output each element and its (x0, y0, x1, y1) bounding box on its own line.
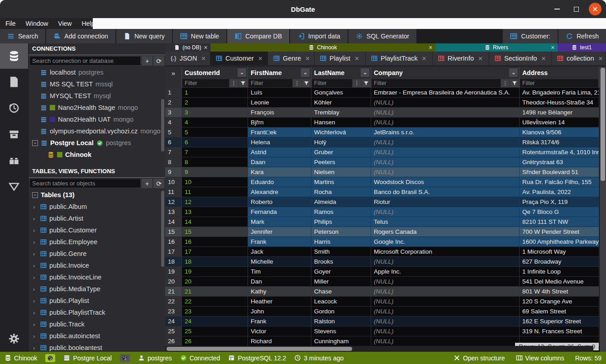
tab-close-icon[interactable]: ✕ (422, 55, 427, 62)
connections-refresh-icon[interactable]: ⟳ (153, 56, 164, 66)
table-row[interactable]: 1313FernandaRamos(NULL)Qe 7 Bloco G (165, 207, 600, 217)
column-dropdown-icon[interactable]: ⌄ (301, 68, 310, 77)
cell-first[interactable]: Bjřrn (248, 118, 311, 128)
cell-company[interactable]: (NULL) (371, 317, 520, 326)
cell-company[interactable]: (NULL) (371, 98, 520, 108)
cell-id[interactable]: 6 (182, 137, 248, 147)
cell-last[interactable]: Rocha (311, 187, 371, 197)
tab-group-rivers[interactable]: Rivers✕ (435, 43, 558, 52)
cell-first[interactable]: Kara (248, 167, 311, 177)
cell-last[interactable]: Chase (311, 287, 371, 297)
table-row[interactable]: 11LuísGonçalvesEmbraer - Empresa Brasile… (165, 88, 600, 98)
column-header-last[interactable]: LastName⌄ (311, 67, 371, 79)
cell-last[interactable]: Köhler (311, 98, 371, 108)
toolbar-button-compare-db[interactable]: Compare DB (227, 29, 290, 43)
cell-address[interactable]: 627 Broadway (520, 257, 599, 267)
tab-close-icon[interactable]: ✕ (258, 55, 263, 62)
cell-last[interactable]: Ramos (311, 207, 371, 217)
cell-company[interactable]: (NULL) (371, 108, 520, 118)
connection-item[interactable]: Nano2Health UATmongo (29, 113, 165, 125)
tab-close-icon[interactable]: ✕ (598, 55, 603, 62)
cell-first[interactable]: Victor (248, 326, 311, 336)
horizontal-scrollbar[interactable] (165, 346, 593, 352)
connection-item[interactable]: Nano2Health Stagemongo (29, 102, 165, 113)
table-row[interactable]: 2121KathyChase(NULL)801 W 4th Street (165, 287, 600, 297)
grid-corner-button[interactable]: » (165, 67, 182, 79)
cell-id[interactable]: 22 (182, 297, 248, 307)
cell-company[interactable]: (NULL) (371, 157, 520, 167)
column-dropdown-icon[interactable]: ⌄ (361, 68, 369, 77)
table-item[interactable]: ›public.InvoiceLine (29, 271, 165, 283)
cell-company[interactable]: Google Inc. (371, 237, 520, 247)
tab-genre[interactable]: Genre✕ (268, 52, 315, 65)
cell-company[interactable]: (NULL) (371, 287, 520, 297)
toolbar-button-refresh[interactable]: Refresh (558, 29, 606, 43)
cell-first[interactable]: Alexandre (248, 187, 311, 197)
tab-playlisttrack[interactable]: PlaylistTrack✕ (366, 52, 433, 65)
filter-input[interactable] (520, 79, 598, 87)
cell-last[interactable]: Smith (311, 247, 371, 257)
collapse-icon[interactable]: − (32, 192, 38, 198)
cell-first[interactable]: François (248, 108, 311, 118)
connections-search-input[interactable] (29, 56, 141, 66)
cell-id[interactable]: 15 (182, 227, 248, 237)
table-row[interactable]: 77AstridGruber(NULL)Rotenturmstraße 4, 1… (165, 147, 600, 157)
cell-first[interactable]: Franti□ek (248, 128, 311, 137)
tab-close-icon[interactable]: ✕ (478, 55, 483, 62)
cell-id[interactable]: 18 (182, 257, 248, 267)
filter-input[interactable] (248, 79, 292, 87)
cell-last[interactable]: Gruber (311, 147, 371, 157)
cell-address[interactable]: Sřnder Boulevard 51 (520, 167, 599, 177)
status-item-postgre-local[interactable]: Postgre Local (63, 355, 112, 362)
rail-item-filter-triangle-icon[interactable] (0, 174, 28, 200)
cell-first[interactable]: Richard (248, 336, 311, 346)
table-row[interactable]: 2323JohnGordon(NULL)69 Salem Street (165, 307, 600, 317)
cell-last[interactable]: Gordon (311, 307, 371, 317)
cell-id[interactable]: 4 (182, 118, 248, 128)
cell-id[interactable]: 10 (182, 177, 248, 187)
cell-first[interactable]: Jennifer (248, 227, 311, 237)
rail-item-history-icon[interactable] (0, 95, 28, 121)
toolbar-button-customer[interactable]: Customer: (502, 29, 558, 43)
cell-id[interactable]: 7 (182, 147, 248, 157)
connection-item[interactable]: −Postgre Localpostgres (29, 137, 165, 149)
cell-id[interactable]: 12 (182, 197, 248, 207)
cell-last[interactable]: Goyer (311, 267, 371, 277)
minimize-button[interactable] (551, 3, 563, 15)
filter-funnel-icon[interactable] (362, 79, 370, 87)
toolbar-button-sql-generator[interactable]: SQL Generator (348, 29, 417, 43)
cell-address[interactable]: Rilská 3174/6 (520, 137, 599, 147)
chevron-right-icon[interactable]: › (33, 262, 38, 269)
tab-close-icon[interactable]: ✕ (201, 55, 206, 62)
cell-company[interactable]: (NULL) (371, 118, 520, 128)
column-header-company[interactable]: Company⌄ (371, 67, 520, 79)
cell-last[interactable]: Holý (311, 137, 371, 147)
column-header-address[interactable]: Address (520, 67, 599, 79)
cell-id[interactable]: 23 (182, 307, 248, 317)
chevron-right-icon[interactable]: › (33, 298, 38, 304)
cell-company[interactable]: Embraer - Empresa Brasileira de Aeronáut… (371, 88, 520, 98)
chevron-right-icon[interactable]: › (33, 227, 38, 234)
tab-group-close-icon[interactable]: ✕ (551, 45, 555, 51)
connection-item[interactable]: olympus-medportal.vychozi.czmongo (29, 125, 165, 137)
cell-company[interactable]: JetBrains s.r.o. (371, 128, 520, 137)
table-item[interactable]: ›public.MediaType (29, 283, 165, 295)
cell-last[interactable]: Brooks (311, 257, 371, 267)
cell-address[interactable]: 541 Del Medio Avenue (520, 277, 599, 287)
vertical-scrollbar-thumb[interactable] (601, 68, 605, 181)
tables-plus-button[interactable]: + (142, 179, 153, 188)
cell-id[interactable]: 20 (182, 277, 248, 287)
toolbar-button-search[interactable]: Search (0, 29, 46, 43)
cell-first[interactable]: Heather (248, 297, 311, 307)
filter-menu-icon[interactable]: ⋮ (501, 79, 510, 87)
cell-address[interactable]: 69 Salem Street (520, 307, 599, 317)
table-item[interactable]: ›public.Album (29, 201, 165, 213)
cell-id[interactable]: 3 (182, 108, 248, 118)
collapse-icon[interactable]: − (32, 140, 38, 146)
table-row[interactable]: 1919TimGoyerApple Inc.1 Infinite Loop (165, 267, 600, 277)
cell-address[interactable]: Grétrystraat 63 (520, 157, 599, 167)
cell-id[interactable]: 26 (182, 336, 248, 346)
cell-address[interactable]: Klanova 9/506 (520, 128, 599, 137)
cell-first[interactable]: Tim (248, 267, 311, 277)
table-row[interactable]: 1212RobertoAlmeidaRioturPraça Pio X, 119 (165, 197, 600, 207)
